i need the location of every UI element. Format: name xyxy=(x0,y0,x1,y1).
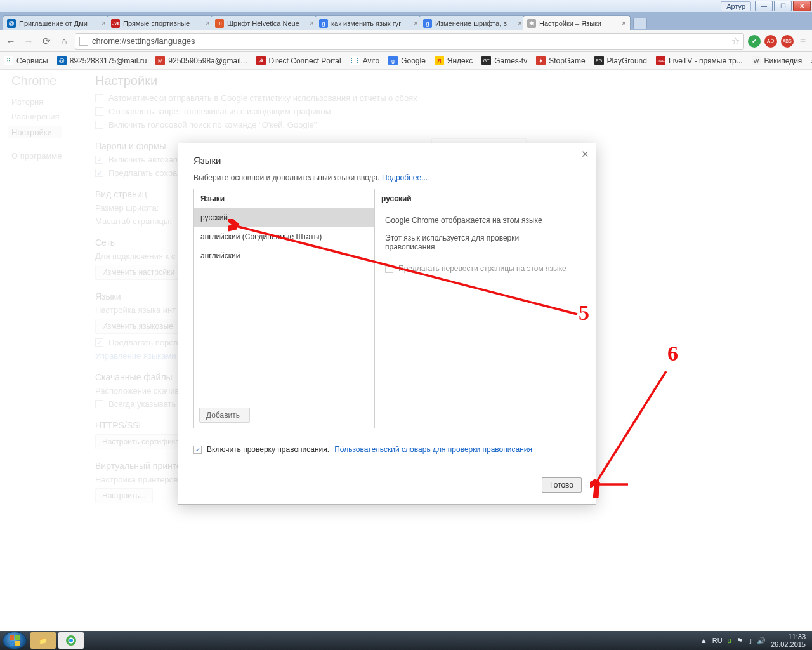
bookmark-item[interactable]: ✶StopGame xyxy=(536,56,585,65)
browser-tab[interactable]: LIVE Прямые спортивные × xyxy=(107,15,214,30)
bookmark-label: LiveTV - прямые тр... xyxy=(669,56,743,65)
bookmark-item[interactable]: GTGames-tv xyxy=(481,56,527,65)
browser-tab-active[interactable]: ✱ Настройки – Языки × xyxy=(523,15,631,30)
bookmark-item[interactable]: ЯЯндекс xyxy=(435,56,473,65)
language-detail-pane: русский Google Chrome отображается на эт… xyxy=(375,189,580,428)
google-icon: g xyxy=(319,19,328,28)
bookmark-item[interactable]: @89252883175@mail.ru xyxy=(57,56,147,65)
close-tab-icon[interactable]: × xyxy=(515,19,522,28)
window-minimize-button[interactable]: — xyxy=(755,1,773,11)
bookmark-apps[interactable]: ⠿Сервисы xyxy=(4,56,48,65)
mail-icon: @ xyxy=(7,19,16,28)
tray-utorrent-icon[interactable]: µ xyxy=(728,637,731,644)
close-tab-icon[interactable]: × xyxy=(99,19,106,28)
custom-dictionary-link[interactable]: Пользовательский словарь для проверки пр… xyxy=(334,445,532,454)
language-panes: Языки русский английский (Соединенные Шт… xyxy=(193,189,580,428)
google-icon: g xyxy=(423,19,432,28)
taskbar-explorer[interactable]: 📁 xyxy=(30,632,56,649)
settings-icon: ✱ xyxy=(527,19,536,28)
bookmark-label: 9250590598a@gmail... xyxy=(168,56,247,65)
back-button[interactable]: ← xyxy=(4,34,18,48)
input-language[interactable]: RU xyxy=(712,637,723,644)
tray-action-center-icon[interactable]: ⚑ xyxy=(737,637,743,645)
tab-strip: @ Приглашение от Дми × LIVE Прямые спорт… xyxy=(0,13,812,30)
forward-button[interactable]: → xyxy=(22,34,36,48)
tab-title: Прямые спортивные xyxy=(123,20,190,27)
chrome-icon xyxy=(65,635,77,646)
language-info-translate: Предлагать перевести страницы на этом яз… xyxy=(398,264,566,273)
svg-rect-6 xyxy=(15,641,20,646)
bookmark-label: Сервисы xyxy=(16,56,48,65)
tab-title: как изменить язык гуг xyxy=(331,20,401,27)
bookmark-star-icon[interactable]: ☆ xyxy=(731,36,740,47)
adblock-icon[interactable]: AD xyxy=(764,35,777,48)
language-item-english[interactable]: английский xyxy=(194,246,374,265)
close-tab-icon[interactable]: × xyxy=(203,19,210,28)
tray-volume-icon[interactable]: 🔊 xyxy=(757,637,766,645)
language-detail-header: русский xyxy=(375,189,580,208)
chrome-menu-button[interactable]: ≡ xyxy=(797,36,808,47)
address-bar[interactable]: chrome://settings/languages ☆ xyxy=(75,33,744,50)
language-item-russian[interactable]: русский xyxy=(194,208,374,227)
bookmark-label: Википедия xyxy=(764,56,802,65)
language-item-en-us[interactable]: английский (Соединенные Штаты) xyxy=(194,227,374,246)
bookmark-label: 89252883175@mail.ru xyxy=(70,56,147,65)
new-tab-button[interactable] xyxy=(633,18,647,29)
tray-show-hidden-icon[interactable]: ▲ xyxy=(700,637,707,644)
window-maximize-button[interactable]: ☐ xyxy=(774,1,792,11)
bookmark-label: Direct Connect Portal xyxy=(269,56,341,65)
system-tray: ▲ RU µ ⚑ ▯ 🔊 11:33 26.02.2015 xyxy=(700,633,809,648)
bookmark-label: Google xyxy=(401,56,426,65)
bookmark-item[interactable]: M9250590598a@gmail... xyxy=(155,56,247,65)
bookmark-label: StopGame xyxy=(549,56,585,65)
add-language-button[interactable]: Добавить xyxy=(199,408,250,423)
bookmark-label: Games-tv xyxy=(494,56,527,65)
start-button[interactable] xyxy=(3,632,27,649)
bookmark-label: Яндекс xyxy=(447,56,473,65)
browser-tab[interactable]: @ Приглашение от Дми × xyxy=(3,15,110,30)
dialog-close-button[interactable]: ✕ xyxy=(581,149,589,160)
language-info-spellcheck: Этот язык используется для проверки прав… xyxy=(385,234,570,251)
bookmark-item[interactable]: gGoogle xyxy=(388,56,426,65)
clock-date: 26.02.2015 xyxy=(771,640,806,648)
close-tab-icon[interactable]: × xyxy=(307,19,314,28)
tab-title: Приглашение от Дми xyxy=(19,20,88,27)
bookmark-item[interactable]: PGPlayGround xyxy=(594,56,647,65)
tab-title: Шрифт Helvetica Neue xyxy=(227,20,299,27)
bookmarks-bar: ⠿Сервисы @89252883175@mail.ru M925059059… xyxy=(0,52,812,70)
window-close-button[interactable]: ✕ xyxy=(793,1,811,11)
language-list-pane: Языки русский английский (Соединенные Шт… xyxy=(194,189,375,428)
bookmark-item[interactable]: ⋮⋮Avito xyxy=(350,56,379,65)
bookmark-item[interactable]: ☭Direct Connect Portal xyxy=(256,56,341,65)
learn-more-link[interactable]: Подробнее... xyxy=(382,173,428,182)
close-tab-icon[interactable]: × xyxy=(411,19,418,28)
window-user: Артур xyxy=(721,1,751,11)
browser-tab[interactable]: g как изменить язык гуг × xyxy=(315,15,422,30)
svg-rect-4 xyxy=(15,635,20,640)
dialog-title: Языки xyxy=(193,155,580,166)
adblock-plus-icon[interactable]: ABS xyxy=(781,35,794,48)
dialog-subtitle-text: Выберите основной и дополнительный языки… xyxy=(193,173,380,182)
home-button[interactable]: ⌂ xyxy=(57,34,71,48)
svg-point-9 xyxy=(69,639,73,642)
languages-dialog: ✕ Языки Выберите основной и дополнительн… xyxy=(178,143,596,505)
close-tab-icon[interactable]: × xyxy=(619,19,626,28)
clock-time: 11:33 xyxy=(771,633,806,640)
live-icon: LIVE xyxy=(111,19,120,28)
bookmark-item[interactable]: WВикипедия xyxy=(752,56,802,65)
svg-rect-5 xyxy=(10,641,14,646)
browser-tab[interactable]: g Изменение шрифта, в × xyxy=(419,15,527,30)
bookmark-item[interactable]: LIVELiveTV - прямые тр... xyxy=(656,56,743,65)
window-titlebar: Артур — ☐ ✕ xyxy=(0,0,812,13)
reload-button[interactable]: ⟳ xyxy=(39,34,53,48)
taskbar-chrome[interactable] xyxy=(58,632,84,649)
windows-taskbar: 📁 ▲ RU µ ⚑ ▯ 🔊 11:33 26.02.2015 xyxy=(0,631,812,650)
done-button[interactable]: Готово xyxy=(542,477,582,493)
spellcheck-checkbox[interactable]: ✓ xyxy=(193,446,202,454)
taskbar-clock[interactable]: 11:33 26.02.2015 xyxy=(771,633,806,648)
extension-icon[interactable]: ✔ xyxy=(748,35,761,48)
windows-logo-icon xyxy=(9,635,20,646)
browser-tab[interactable]: ш Шрифт Helvetica Neue × xyxy=(211,15,318,30)
tray-network-icon[interactable]: ▯ xyxy=(748,637,752,645)
page-icon xyxy=(79,37,88,46)
